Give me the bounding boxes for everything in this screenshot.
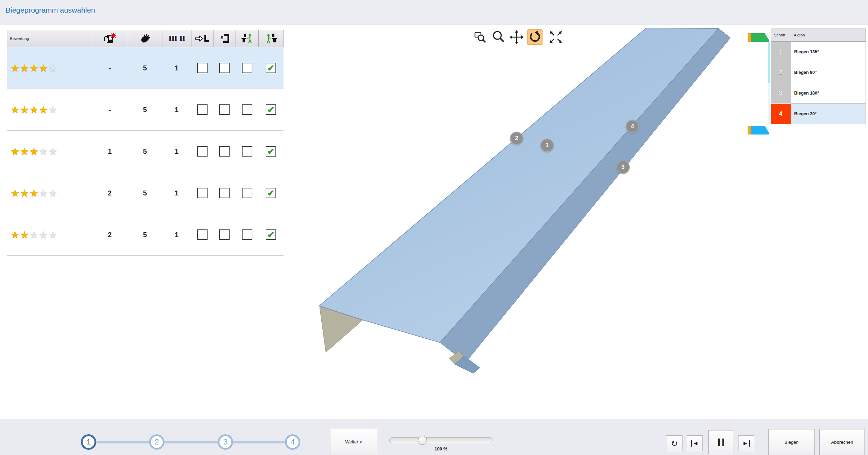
option-checkbox[interactable] [219,104,230,115]
svg-text:S: S [220,35,223,40]
wizard-step-1[interactable]: 1 [81,434,96,450]
option-checkbox[interactable]: ✔ [266,188,276,198]
value-cell: 1 [162,106,191,114]
value-cell: 1 [162,231,191,239]
program-row[interactable]: ★★★★★251✔ [7,172,284,214]
option-checkbox[interactable] [219,188,230,198]
wizard-connector-line [89,441,293,443]
bewertung-header: Bewertung [7,30,92,47]
step-number: 3 [771,83,791,104]
program-table-rows: ★★★★★-51✔★★★★★-51✔★★★★★151✔★★★★★251✔★★★★… [7,47,284,256]
wizard-step-2[interactable]: 2 [149,434,164,450]
program-row[interactable]: ★★★★★-51✔ [7,89,284,131]
biegen-button[interactable]: Biegen [768,429,815,455]
pan-button[interactable] [509,29,524,45]
checkbox-cell [213,188,236,198]
rating-cell: ★★★★★ [7,63,92,73]
bending-program-table: Bewertung III II [7,30,284,256]
operator-behind-icon [259,30,284,47]
restart-button[interactable]: ↻ [666,435,682,451]
pause-button[interactable] [708,430,734,454]
checkbox-cell [213,104,236,115]
program-row[interactable]: ★★★★★251✔ [7,214,284,256]
star-icon: ★ [29,63,38,73]
value-cell: 5 [128,189,162,197]
value-cell: 2 [92,189,128,197]
option-checkbox[interactable] [197,63,208,73]
skip-to-start-button[interactable]: ◄ [687,435,703,451]
option-checkbox[interactable] [219,146,230,157]
star-icon: ★ [10,63,20,73]
weiter-label: Weiter > [345,439,362,444]
option-checkbox[interactable]: ✔ [266,104,276,115]
bend-marker[interactable]: 1 [540,139,554,152]
checkbox-cell [213,229,236,240]
checkbox-cell [236,188,258,198]
fit-view-button[interactable] [548,29,564,45]
star-icon: ★ [10,146,20,157]
option-checkbox[interactable]: ✔ [266,229,276,240]
step-row[interactable]: 3Biegen 180° [771,83,866,104]
zoom-slider-thumb[interactable] [418,436,427,445]
wizard-step-4[interactable]: 4 [285,434,300,450]
bend-steps-panel: Schritt Aktion 1Biegen 135°2Biegen 90°3B… [771,28,866,124]
option-checkbox[interactable] [219,229,230,240]
value-cell: 5 [128,147,162,156]
option-checkbox[interactable] [197,146,208,157]
option-checkbox[interactable]: ✔ [266,146,276,157]
step-row[interactable]: 4Biegen 30° [771,104,866,124]
option-checkbox[interactable] [242,104,252,115]
star-icon: ★ [39,230,48,240]
skip-to-end-button[interactable]: ► [738,435,754,451]
pan-icon [509,29,524,45]
wizard-step-3[interactable]: 3 [218,434,233,450]
zoom-slider-track[interactable] [389,437,492,443]
star-icon: ★ [10,188,20,198]
star-icon: ★ [29,146,38,157]
value-cell: 1 [162,64,191,72]
option-checkbox[interactable] [219,63,230,73]
option-checkbox[interactable] [197,229,208,240]
option-checkbox[interactable] [197,188,208,198]
magnifier-icon [491,29,506,45]
option-checkbox[interactable] [242,188,252,198]
star-icon: ★ [29,230,38,240]
step-action: Biegen 135° [791,42,866,62]
weiter-button[interactable]: Weiter > [330,429,377,455]
star-icon: ★ [10,230,20,240]
option-checkbox[interactable] [242,146,252,157]
value-cell: 5 [128,64,162,72]
value-cell: 1 [162,189,191,197]
step-row[interactable]: 1Biegen 135° [771,42,866,62]
program-row[interactable]: ★★★★★-51✔ [7,47,284,89]
star-icon: ★ [29,105,38,115]
checkbox-cell: ✔ [258,63,284,73]
checkbox-cell [191,104,213,115]
star-icon: ★ [20,63,29,73]
zoom-percent-label: 100 % [413,446,469,451]
bend-marker[interactable]: 2 [510,132,523,145]
step-row[interactable]: 2Biegen 90° [771,62,866,83]
option-checkbox[interactable] [242,229,252,240]
bend-marker[interactable]: 4 [626,120,639,133]
skip-to-start-icon: ◄ [691,440,699,447]
steps-rows: 1Biegen 135°2Biegen 90°3Biegen 180°4Bieg… [771,42,866,124]
checkbox-cell [213,146,236,157]
tool-stations-icon: III II [162,30,191,47]
hand-icon [128,30,162,47]
star-icon: ★ [48,188,57,198]
option-checkbox[interactable]: ✔ [266,63,276,73]
star-icon: ★ [48,105,57,115]
bend-marker[interactable]: 3 [616,160,630,174]
pause-icon [718,439,724,446]
option-checkbox[interactable] [197,104,208,115]
zoom-button[interactable] [491,29,506,45]
star-icon: ★ [39,105,48,115]
rotate-button[interactable] [527,29,542,45]
abbrechen-button[interactable]: Abbrechen [819,429,865,455]
zoom-window-button[interactable] [472,29,488,45]
checkbox-cell [191,63,213,73]
feed-direction-icon [191,30,214,47]
option-checkbox[interactable] [242,63,252,73]
program-row[interactable]: ★★★★★151✔ [7,131,284,172]
